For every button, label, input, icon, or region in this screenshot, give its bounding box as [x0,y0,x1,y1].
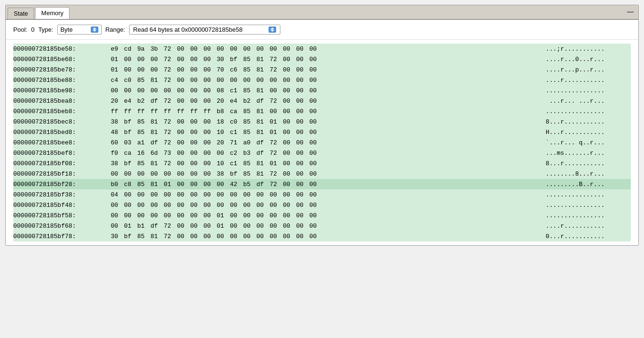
hex-byte: c4 [108,77,121,84]
hex-byte: c0 [227,118,240,125]
address-cell: 000000728185bf38: [13,191,108,198]
memory-window: State Memory — Pool: 0 Type: Byte Range:… [5,5,639,246]
hex-byte: 00 [174,150,187,157]
hex-byte: 72 [161,66,174,73]
hex-byte: e9 [108,45,121,53]
hex-byte: 00 [253,77,267,84]
hex-byte: bf [227,56,240,63]
table-row: 000000728185bea8:20e4b2df7200000020e4b2d… [13,96,631,106]
hex-byte: 10 [214,129,227,136]
hex-byte: ff [108,108,121,115]
hex-byte: 00 [280,77,293,84]
range-spinner-up[interactable] [270,27,274,29]
hex-byte: 81 [253,118,267,125]
tab-memory[interactable]: Memory [35,7,70,19]
hex-byte: 00 [280,202,293,209]
hex-byte: cd [121,45,134,53]
hex-byte: 00 [306,66,320,73]
hex-byte: 00 [108,170,121,178]
hex-byte: 04 [108,191,121,198]
hex-byte: df [253,150,267,157]
hex-byte: 73 [161,150,174,157]
hex-byte: 00 [306,233,320,240]
hex-byte: 81 [253,170,267,178]
hex-byte: 00 [214,233,227,240]
hex-byte: 00 [293,170,306,178]
minimize-button[interactable]: — [626,8,635,15]
hex-byte: b2 [240,98,253,105]
hex-byte: 81 [148,233,161,240]
hex-byte: 85 [134,129,148,136]
hex-byte: 72 [161,77,174,84]
hex-byte: 00 [240,212,253,219]
hex-bytes: f0ca166d7300000000c2b3df72000000 [108,150,536,157]
hex-byte: 00 [174,66,187,73]
hex-byte: 00 [306,118,320,125]
type-spinner-down[interactable] [93,30,96,32]
hex-byte: b2 [134,98,148,105]
hex-byte: 00 [108,87,121,94]
hex-bytes: 04000000000000000000000000000000 [108,191,536,198]
hex-byte: df [253,181,267,188]
range-spinner-down[interactable] [270,30,274,32]
hex-byte: 30 [214,56,227,63]
type-spinner[interactable] [91,27,98,33]
hex-byte: 72 [161,222,174,230]
hex-bytes: 00000000000000000000000000000000 [108,202,536,209]
table-row: 000000728185bec8:38bf85817200000018c0858… [13,116,631,127]
hex-byte: 00 [253,191,267,198]
hex-byte: 00 [306,108,320,115]
type-spinner-up[interactable] [93,27,96,29]
range-label: Range: [105,26,125,33]
hex-byte: 00 [227,77,240,84]
address-cell: 000000728185bf48: [13,202,108,209]
hex-byte: 72 [161,160,174,167]
hex-byte: 00 [280,150,293,157]
hex-byte: 00 [174,45,187,53]
hex-byte: 00 [187,56,200,63]
hex-byte: 00 [121,56,134,63]
address-cell: 000000728185bf78: [13,233,108,240]
hex-byte: c1 [227,129,240,136]
hex-byte: 00 [161,212,174,219]
hex-byte: 42 [227,181,240,188]
hex-byte: 72 [267,150,280,157]
ascii-cell: `...r... q..r... [536,139,631,146]
hex-byte: ff [174,108,187,115]
hex-byte: c6 [227,66,240,73]
hex-byte: 00 [293,233,306,240]
hex-byte: 00 [227,222,240,230]
hex-byte: 00 [253,233,267,240]
hex-byte: 08 [214,87,227,94]
hex-byte: 72 [267,98,280,105]
hex-byte: 00 [280,160,293,167]
range-input-container[interactable]: Read 64 bytes at 0x000000728185be58 [129,25,280,35]
hex-byte: 00 [280,181,293,188]
address-cell: 000000728185bee8: [13,139,108,146]
hex-byte: 00 [227,212,240,219]
hex-byte: 00 [148,191,161,198]
hex-byte: 00 [187,45,200,53]
hex-byte: 00 [174,191,187,198]
hex-byte: 00 [187,139,200,146]
hex-byte: 00 [174,181,187,188]
hex-byte: 00 [174,56,187,63]
hex-byte: 00 [253,212,267,219]
table-row: 000000728185bf48:00000000000000000000000… [13,200,631,210]
type-select[interactable]: Byte [57,25,102,35]
hex-byte: 00 [187,129,200,136]
table-row: 000000728185be58:e9cd9a3b720000000000000… [13,44,631,54]
address-cell: 000000728185bf58: [13,212,108,219]
hex-byte: 81 [253,108,267,115]
range-spinner[interactable] [269,27,276,33]
hex-byte: 00 [227,233,240,240]
hex-byte: 00 [134,202,148,209]
hex-byte: 01 [108,66,121,73]
address-cell: 000000728185be98: [13,87,108,94]
address-cell: 000000728185be78: [13,66,108,73]
hex-byte: 71 [227,139,240,146]
tab-state[interactable]: State [8,8,34,19]
type-select-value: Byte [61,26,89,33]
hex-byte: 00 [293,118,306,125]
ascii-cell: ................ [536,108,631,115]
